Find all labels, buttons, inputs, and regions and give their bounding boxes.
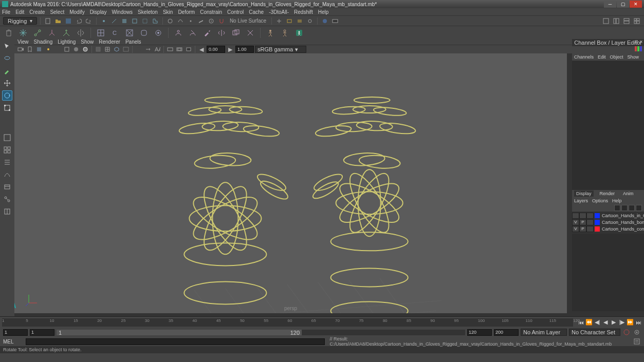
menu-select[interactable]: Select: [50, 9, 64, 15]
menu--3dtoall-[interactable]: -3DtoAll-: [269, 9, 289, 15]
rotate-tool-icon[interactable]: [2, 90, 12, 101]
layer-new-selected-icon[interactable]: [636, 205, 642, 211]
section-tab-anim[interactable]: Anim: [621, 190, 636, 197]
vp-ao-icon[interactable]: [135, 45, 143, 53]
cb-tab-channels[interactable]: Channels: [574, 54, 594, 60]
range-start-inner[interactable]: 1: [30, 329, 54, 336]
vp-shaded-icon[interactable]: [72, 45, 80, 53]
vp-resgate-icon[interactable]: [122, 45, 130, 53]
mode-select[interactable]: Rigging ▾: [3, 17, 37, 25]
vp-motion-icon[interactable]: [144, 45, 152, 53]
vp-exp-up-icon[interactable]: ▶: [226, 45, 234, 53]
maximize-button[interactable]: ▢: [617, 1, 629, 8]
uv-editor-icon[interactable]: [2, 206, 12, 217]
menu-display[interactable]: Display: [90, 9, 107, 15]
menu-windows[interactable]: Windows: [112, 9, 133, 15]
select-tool-icon[interactable]: [2, 41, 12, 51]
layer-move-up-icon[interactable]: [614, 205, 620, 211]
panel-close-button[interactable]: ⊡ ✕: [635, 40, 643, 44]
mirror-weights-icon[interactable]: [216, 27, 227, 39]
time-ruler[interactable]: 1510152025303540455055606570758085909510…: [2, 318, 573, 327]
autokey-icon[interactable]: [622, 328, 631, 336]
layer-new-empty-icon[interactable]: [629, 205, 635, 211]
detach-skin-icon[interactable]: [187, 27, 198, 39]
layer-playback-toggle[interactable]: P: [579, 219, 586, 225]
step-fwd-icon[interactable]: |▶: [618, 319, 625, 326]
layer-hscroll[interactable]: [572, 311, 644, 316]
lasso-tool-icon[interactable]: [2, 53, 12, 64]
range-end-inner[interactable]: 120: [467, 329, 492, 336]
range-end-outer[interactable]: 200: [494, 329, 519, 336]
cb-tab-object[interactable]: Object: [610, 54, 623, 60]
layer-type-toggle[interactable]: [586, 213, 594, 219]
vp-menu-view[interactable]: View: [17, 39, 29, 45]
vp-xray-icon[interactable]: [94, 45, 102, 53]
snap-live-icon[interactable]: [207, 17, 215, 25]
menu-modify[interactable]: Modify: [69, 9, 84, 15]
render-icon[interactable]: [285, 17, 293, 25]
menu-deform[interactable]: Deform: [178, 9, 195, 15]
step-back-icon[interactable]: ◀|: [594, 319, 601, 326]
graph-editor-icon[interactable]: [2, 169, 12, 180]
vp-menu-show[interactable]: Show: [81, 39, 94, 45]
viewport-hscroll[interactable]: [14, 313, 572, 316]
layer-color-swatch[interactable]: [595, 213, 600, 218]
layout-b-icon[interactable]: [612, 17, 620, 25]
sel-uv-icon[interactable]: [141, 17, 149, 25]
pose-a-icon[interactable]: [265, 27, 276, 39]
layer-move-down-icon[interactable]: [621, 205, 628, 211]
layer-tab-options[interactable]: Options: [592, 198, 608, 203]
vp-exposure-b[interactable]: 1.00: [235, 46, 254, 53]
menu-help[interactable]: Help: [318, 9, 329, 15]
paint-select-icon[interactable]: [2, 66, 12, 76]
shrink-icon[interactable]: [153, 27, 164, 39]
viewport-vscroll[interactable]: [567, 53, 572, 313]
char-set-select[interactable]: No Character Set: [569, 329, 620, 336]
vp-texture-icon[interactable]: [35, 45, 43, 53]
sel-face-icon[interactable]: [120, 17, 128, 25]
vp-grid-icon[interactable]: [103, 45, 112, 53]
vp-exp-down-icon[interactable]: ◀: [197, 45, 206, 53]
vp-menu-lighting[interactable]: Lighting: [58, 39, 76, 45]
save-scene-icon[interactable]: [64, 17, 72, 25]
sel-vert-icon[interactable]: [100, 17, 108, 25]
menu-create[interactable]: Create: [29, 9, 45, 15]
trash-icon[interactable]: [3, 27, 14, 39]
snap-curve-icon[interactable]: [176, 17, 185, 25]
paint-weights-icon[interactable]: [201, 27, 213, 39]
vp-iso-icon[interactable]: [113, 45, 121, 53]
wrap-icon[interactable]: [138, 27, 150, 39]
layer-row[interactable]: VPCartoon_Hands_contr...: [572, 226, 644, 233]
vp-light-icon[interactable]: [44, 45, 52, 53]
vp-menu-renderer[interactable]: Renderer: [99, 39, 120, 45]
play-back-icon[interactable]: ◀: [602, 319, 609, 326]
menu-control[interactable]: Control: [227, 9, 244, 15]
section-tab-display[interactable]: Display: [574, 190, 594, 197]
layer-playback-toggle[interactable]: [579, 213, 586, 219]
vp-cam-icon[interactable]: [16, 45, 25, 53]
insert-joint-icon[interactable]: [61, 27, 72, 39]
menu-skin[interactable]: Skin: [163, 9, 173, 15]
close-button[interactable]: ✕: [630, 1, 642, 8]
range-start-outer[interactable]: 1: [3, 329, 28, 336]
hypershade-icon[interactable]: [321, 17, 329, 25]
vp-wire-icon[interactable]: [63, 45, 71, 53]
menu-edit[interactable]: Edit: [15, 9, 24, 15]
copy-weights-icon[interactable]: [230, 27, 242, 39]
menu-constrain[interactable]: Constrain: [200, 9, 222, 15]
mirror-joint-icon[interactable]: [75, 27, 86, 39]
ipr-icon[interactable]: [296, 17, 304, 25]
render-view-icon[interactable]: [331, 17, 339, 25]
vp-gate-icon[interactable]: [166, 45, 174, 53]
layout-c-icon[interactable]: [622, 17, 631, 25]
play-forward-icon[interactable]: ▶: [610, 319, 617, 326]
sel-edge-icon[interactable]: [110, 17, 118, 25]
history-off-icon[interactable]: [275, 17, 283, 25]
minimize-button[interactable]: ─: [604, 1, 616, 8]
step-back-key-icon[interactable]: ⏪: [585, 319, 593, 326]
vp-safe-icon[interactable]: [175, 45, 183, 53]
menu-file[interactable]: File: [2, 9, 10, 15]
layout-d-icon[interactable]: [633, 17, 641, 25]
vp-bookmark-icon[interactable]: [26, 45, 34, 53]
layer-tab-layers[interactable]: Layers: [574, 198, 588, 203]
